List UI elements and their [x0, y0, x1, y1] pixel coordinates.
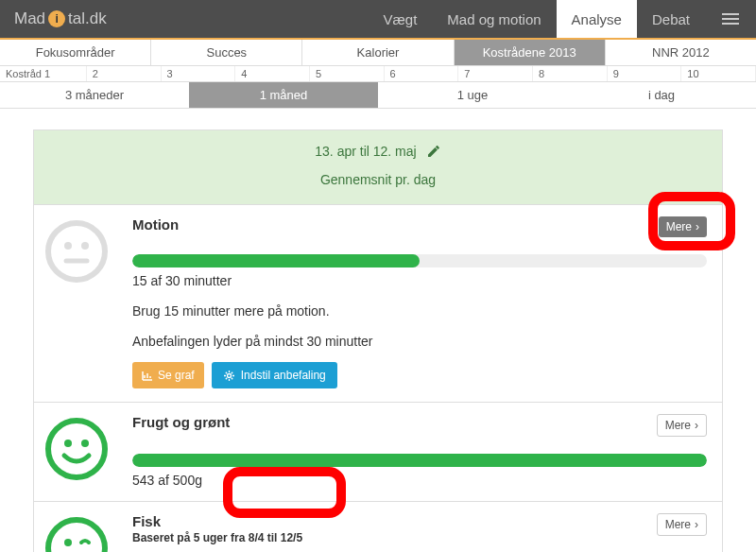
nav-analyse[interactable]: Analyse [557, 0, 637, 38]
frugt-more-button[interactable]: Mere › [657, 414, 707, 437]
chart-icon [142, 371, 153, 381]
motion-line1: Brug 15 minutter mere på motion. [132, 303, 707, 319]
see-graph-button[interactable]: Se graf [132, 362, 204, 388]
logo-text-pre: Mad [14, 9, 45, 28]
motion-line2: Anbefalingen lyder på mindst 30 minutter [132, 334, 707, 349]
fisk-more-button[interactable]: Mere › [657, 513, 707, 536]
num-1[interactable]: Kostråd 1 [0, 66, 87, 81]
fisk-subtitle: Baseret på 5 uger fra 8/4 til 12/5 [132, 531, 302, 544]
primary-tabs: Fokusområder Succes Kalorier Kostrådene … [0, 40, 756, 66]
see-graph-label: Se graf [158, 369, 195, 382]
num-4[interactable]: 4 [235, 66, 310, 81]
tab-succes[interactable]: Succes [151, 40, 302, 65]
tab-kostraadene[interactable]: Kostrådene 2013 [455, 40, 606, 65]
top-navbar: Mad i tal.dk Vægt Mad og motion Analyse … [0, 0, 756, 40]
kostraad-number-row: Kostråd 1 2 3 4 5 6 7 8 9 10 [0, 66, 756, 82]
frugt-progress-bar [132, 454, 707, 467]
site-logo[interactable]: Mad i tal.dk [0, 9, 121, 28]
svg-point-2 [81, 242, 89, 250]
motion-caption: 15 af 30 minutter [132, 273, 707, 288]
frugt-title: Frugt og grønt [132, 414, 230, 430]
section-motion: Motion Mere › 15 af 30 minutter Brug 15 … [34, 204, 722, 402]
time-3m[interactable]: 3 måneder [0, 82, 189, 108]
more-label: Mere [665, 518, 691, 531]
analysis-card: 13. apr til 12. maj Gennemsnit pr. dag M [33, 129, 723, 552]
card-header: 13. apr til 12. maj Gennemsnit pr. dag [34, 130, 722, 204]
num-3[interactable]: 3 [162, 66, 236, 81]
time-range-tabs: 3 måneder 1 måned 1 uge i dag [0, 82, 756, 109]
edit-date-icon[interactable] [426, 144, 441, 159]
nav-vaegt[interactable]: Vægt [369, 0, 433, 38]
num-2[interactable]: 2 [87, 66, 162, 81]
num-10[interactable]: 10 [681, 66, 756, 81]
svg-point-1 [64, 242, 72, 250]
chevron-right-icon: › [696, 220, 699, 233]
gear-icon [223, 370, 235, 382]
date-range: 13. apr til 12. maj [315, 144, 416, 159]
num-9[interactable]: 9 [608, 66, 682, 81]
section-fisk: Fisk Baseret på 5 uger fra 8/4 til 12/5 … [34, 501, 722, 552]
num-8[interactable]: 8 [533, 66, 608, 81]
tab-nnr[interactable]: NNR 2012 [606, 40, 756, 65]
more-label: Mere [666, 220, 692, 233]
num-5[interactable]: 5 [310, 66, 385, 81]
time-1m[interactable]: 1 måned [189, 82, 378, 108]
tab-kalorier[interactable]: Kalorier [302, 40, 454, 65]
svg-point-7 [81, 440, 89, 447]
num-6[interactable]: 6 [385, 66, 459, 81]
logo-text-post: tal.dk [68, 9, 107, 28]
set-recommendation-label: Indstil anbefaling [241, 369, 326, 382]
motion-more-button[interactable]: Mere › [659, 216, 707, 237]
svg-point-5 [48, 421, 105, 477]
tab-fokusomraader[interactable]: Fokusområder [0, 40, 151, 65]
nav-mad-og-motion[interactable]: Mad og motion [432, 0, 556, 38]
motion-title: Motion [132, 216, 179, 233]
chevron-right-icon: › [695, 419, 698, 432]
svg-point-8 [48, 520, 105, 552]
time-today[interactable]: i dag [567, 82, 756, 108]
face-neutral-icon [43, 218, 110, 285]
time-1w[interactable]: 1 uge [378, 82, 567, 108]
num-7[interactable]: 7 [458, 66, 533, 81]
nav-debat[interactable]: Debat [637, 0, 705, 38]
motion-progress-bar [132, 254, 707, 267]
svg-point-9 [64, 539, 72, 546]
hamburger-icon[interactable] [705, 0, 756, 38]
logo-icon: i [48, 10, 65, 27]
face-wink-icon [43, 515, 110, 552]
face-happy-icon [43, 416, 110, 482]
main-nav: Vægt Mad og motion Analyse Debat [369, 0, 757, 38]
more-label: Mere [665, 419, 691, 432]
frugt-caption: 543 af 500g [132, 473, 707, 488]
fisk-title: Fisk [132, 513, 302, 529]
svg-point-0 [48, 223, 105, 280]
section-frugt: Frugt og grønt Mere › 543 af 500g [34, 402, 722, 501]
svg-point-4 [227, 373, 231, 377]
set-recommendation-button[interactable]: Indstil anbefaling [212, 362, 337, 388]
svg-point-6 [64, 440, 72, 447]
chevron-right-icon: › [695, 518, 698, 531]
avg-label: Gennemsnit pr. dag [34, 172, 722, 187]
